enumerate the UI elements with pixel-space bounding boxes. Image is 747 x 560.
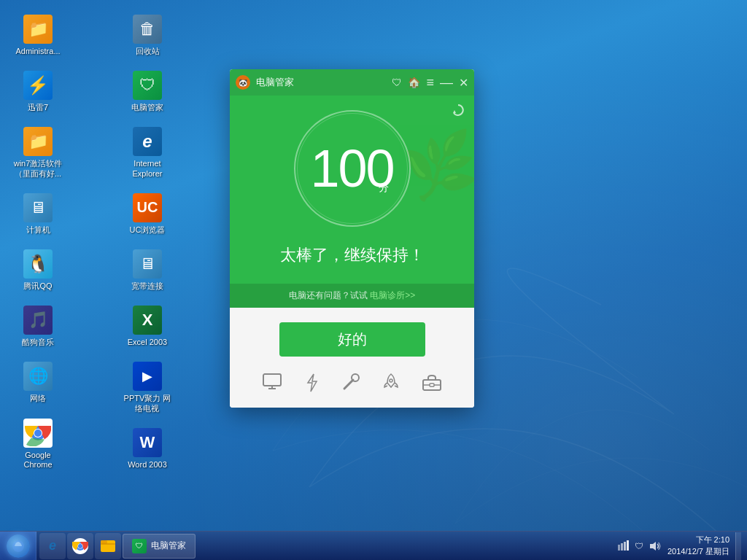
svg-marker-4 [453, 110, 456, 113]
svg-rect-24 [624, 542, 626, 551]
xunlei-icon: ⚡ [23, 71, 53, 100]
qq-icon: 🐧 [23, 249, 53, 279]
shield-button[interactable]: 🛡 [392, 77, 402, 88]
desktop-icon-xunlei[interactable]: ⚡ 迅雷7 [9, 65, 67, 118]
taskbar-chrome-icon[interactable] [67, 533, 93, 559]
taskbar-explorer-icon[interactable] [95, 533, 121, 559]
leaf-decoration: 🌿 [400, 126, 474, 206]
desktop: 📁 Administra... ⚡ 迅雷7 📁 win7激活软件（里面有好...… [0, 0, 747, 560]
pptv-icon: ▶ [133, 362, 162, 391]
start-orb [7, 534, 30, 558]
pptv-label: PPTV聚力 网络电视 [124, 394, 171, 413]
uc-icon: UC [133, 193, 162, 222]
desktop-icon-recycle[interactable]: 🗑 回收站 [118, 9, 177, 62]
nav-toolbox[interactable] [414, 370, 449, 396]
minimize-button[interactable]: — [440, 75, 453, 90]
close-button[interactable]: ✕ [459, 76, 468, 90]
desktop-icon-broadband[interactable]: 🖥 宽带连接 [118, 244, 177, 297]
desktop-icon-chrome[interactable]: GoogleChrome [9, 413, 67, 475]
taskbar-right: 🛡 下午 2:10 2014/12/7 星期日 [611, 532, 747, 561]
chrome-icon [23, 419, 53, 448]
tray-security-icon[interactable]: 🛡 [632, 540, 646, 553]
desktop-icon-administrator[interactable]: 📁 Administra... [9, 9, 67, 62]
taskbar-pcmgr-label: 电脑管家 [151, 540, 186, 552]
desktop-icon-win7[interactable]: 📁 win7激活软件（里面有好... [9, 121, 67, 184]
ie-label: InternetExplorer [133, 159, 163, 178]
app-window: 🐼 电脑管家 🛡 🏠 ≡ — ✕ 🌿 100 [230, 69, 474, 408]
word-label: Word 2003 [128, 460, 167, 470]
kugou-icon: 🎵 [23, 306, 53, 335]
clock[interactable]: 下午 2:10 2014/12/7 星期日 [665, 534, 732, 557]
desktop-icon-ie[interactable]: e InternetExplorer [118, 121, 177, 184]
kugou-label: 酷狗音乐 [22, 338, 54, 347]
desktop-icon-grid: 📁 Administra... ⚡ 迅雷7 📁 win7激活软件（里面有好...… [7, 7, 226, 532]
ok-button[interactable]: 好的 [279, 322, 425, 357]
desktop-icon-pcmgr[interactable]: 🛡 电脑管家 [118, 65, 177, 118]
desktop-icon-kugou[interactable]: 🎵 酷狗音乐 [9, 300, 67, 353]
nav-wrench[interactable] [334, 370, 368, 396]
broadband-label: 宽带连接 [131, 281, 163, 291]
computer-icon: 🖥 [23, 193, 53, 222]
network-label: 网络 [30, 394, 46, 403]
title-bar-text: 电脑管家 [256, 76, 392, 89]
desktop-icon-pptv[interactable]: ▶ PPTV聚力 网络电视 [118, 356, 177, 419]
start-button[interactable] [0, 532, 36, 561]
menu-button[interactable]: ≡ [426, 75, 434, 90]
svg-line-9 [344, 380, 353, 389]
nav-monitor[interactable] [255, 370, 290, 396]
nav-lightning[interactable] [296, 370, 328, 396]
desktop-icon-excel[interactable]: X Excel 2003 [118, 300, 177, 353]
desktop-icon-qq[interactable]: 🐧 腾讯QQ [9, 244, 67, 297]
svg-marker-8 [308, 374, 317, 392]
svg-rect-5 [263, 374, 281, 386]
problem-bar: 电脑还有问题？试试 电脑诊所>> [230, 284, 474, 308]
bottom-nav [244, 370, 460, 396]
svg-rect-22 [618, 545, 620, 551]
taskbar-pcmgr-button[interactable]: 🛡 电脑管家 [123, 534, 196, 559]
tray-network-icon[interactable] [616, 540, 630, 553]
win7-label: win7激活软件（里面有好... [14, 159, 63, 178]
pcmgr-label: 电脑管家 [131, 103, 163, 112]
house-button[interactable]: 🏠 [408, 77, 420, 88]
desktop-icon-computer[interactable]: 🖥 计算机 [9, 187, 67, 241]
tray-volume-icon[interactable] [649, 540, 662, 553]
svg-rect-25 [627, 540, 629, 551]
taskbar-ie-icon[interactable]: e [39, 533, 66, 559]
svg-point-11 [390, 379, 392, 382]
score-circle: 100 分 [294, 110, 411, 227]
taskbar: e 🛡 电脑管家 [0, 531, 747, 560]
svg-point-10 [352, 374, 359, 381]
score-message: 太棒了，继续保持！ [280, 244, 425, 266]
recycle-label: 回收站 [136, 47, 160, 56]
desktop-icon-network[interactable]: 🌐 网络 [9, 356, 67, 409]
word-icon: W [133, 428, 162, 457]
recycle-icon: 🗑 [133, 15, 162, 44]
network-icon: 🌐 [23, 362, 53, 391]
title-bar: 🐼 电脑管家 🛡 🏠 ≡ — ✕ [230, 69, 474, 96]
problem-link[interactable]: 电脑诊所>> [370, 290, 415, 300]
taskbar-pcmgr-icon: 🛡 [132, 539, 147, 553]
excel-icon: X [133, 306, 162, 335]
broadband-icon: 🖥 [133, 249, 162, 279]
svg-point-3 [34, 429, 42, 437]
clock-time: 下午 2:10 [667, 534, 729, 545]
clock-date: 2014/12/7 星期日 [667, 546, 729, 557]
show-desktop-button[interactable] [735, 532, 741, 560]
svg-rect-21 [101, 540, 107, 544]
sys-tray: 🛡 [616, 540, 662, 553]
desktop-icon-word[interactable]: W Word 2003 [118, 422, 177, 475]
administrator-icon: 📁 [23, 15, 53, 44]
title-bar-controls: 🛡 🏠 ≡ — ✕ [392, 75, 468, 90]
pcmgr-icon: 🛡 [133, 71, 162, 100]
svg-marker-26 [650, 542, 656, 551]
nav-rocket[interactable] [374, 370, 408, 396]
chrome-label: GoogleChrome [23, 451, 52, 470]
refresh-button[interactable] [451, 103, 465, 117]
svg-point-19 [78, 544, 82, 548]
ie-icon: e [133, 127, 162, 156]
excel-label: Excel 2003 [128, 338, 167, 347]
administrator-label: Administra... [15, 47, 60, 56]
taskbar-apps: e 🛡 电脑管家 [36, 532, 198, 561]
score-unit: 分 [379, 182, 389, 195]
desktop-icon-uc[interactable]: UC UC浏览器 [118, 187, 177, 241]
